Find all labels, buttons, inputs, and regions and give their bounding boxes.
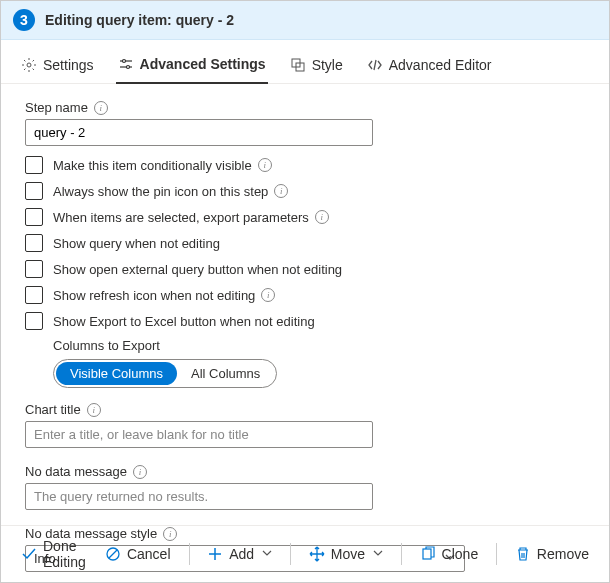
checkbox-conditionally-visible[interactable] — [25, 156, 43, 174]
checkbox-label: Make this item conditionally visible i — [53, 158, 272, 173]
svg-rect-11 — [423, 549, 431, 559]
chevron-down-icon — [262, 548, 272, 560]
no-data-message-input[interactable] — [25, 483, 373, 510]
tab-label: Settings — [43, 57, 94, 73]
info-icon[interactable]: i — [258, 158, 272, 172]
divider — [189, 543, 190, 565]
checkbox-pin-icon[interactable] — [25, 182, 43, 200]
remove-button[interactable]: Remove — [509, 542, 595, 566]
add-button[interactable]: Add — [201, 542, 278, 566]
clone-button[interactable]: Clone — [414, 542, 485, 566]
info-icon[interactable]: i — [94, 101, 108, 115]
chevron-down-icon — [373, 548, 383, 560]
checkbox-label: Show open external query button when not… — [53, 262, 342, 277]
checkbox-label: Show refresh icon when not editing i — [53, 288, 275, 303]
step-name-label: Step name i — [25, 100, 585, 115]
checkmark-icon — [21, 546, 37, 562]
header-title: Editing query item: query - 2 — [45, 12, 234, 28]
checkbox-show-query[interactable] — [25, 234, 43, 252]
info-icon[interactable]: i — [315, 210, 329, 224]
no-data-message-label: No data message i — [25, 464, 585, 479]
columns-export-toggle: Visible Columns All Columns — [53, 359, 277, 388]
prohibit-icon — [105, 546, 121, 562]
tab-advanced-settings[interactable]: Advanced Settings — [116, 50, 268, 84]
tab-advanced-editor[interactable]: Advanced Editor — [365, 50, 494, 83]
checkbox-label: Show query when not editing — [53, 236, 220, 251]
checkbox-show-export-excel[interactable] — [25, 312, 43, 330]
tab-settings[interactable]: Settings — [19, 50, 96, 83]
tab-label: Style — [312, 57, 343, 73]
segment-visible-columns[interactable]: Visible Columns — [56, 362, 177, 385]
chart-title-input[interactable] — [25, 421, 373, 448]
columns-export-section: Columns to Export Visible Columns All Co… — [53, 338, 585, 388]
info-icon[interactable]: i — [133, 465, 147, 479]
done-editing-button[interactable]: Done Editing — [15, 534, 93, 574]
form-content: Step name i Make this item conditionally… — [1, 84, 609, 583]
code-icon — [367, 57, 383, 73]
gear-icon — [21, 57, 37, 73]
tab-label: Advanced Settings — [140, 56, 266, 72]
info-icon[interactable]: i — [87, 403, 101, 417]
footer-toolbar: Done Editing Cancel Add Move Clone — [1, 525, 609, 582]
tab-label: Advanced Editor — [389, 57, 492, 73]
checkbox-label: Show Export to Excel button when not edi… — [53, 314, 315, 329]
step-name-input[interactable] — [25, 119, 373, 146]
copy-icon — [420, 546, 436, 562]
tab-style[interactable]: Style — [288, 50, 345, 83]
svg-point-4 — [126, 66, 129, 69]
cancel-button[interactable]: Cancel — [99, 542, 177, 566]
move-icon — [309, 546, 325, 562]
info-icon[interactable]: i — [274, 184, 288, 198]
tab-bar: Settings Advanced Settings Style Advance… — [1, 40, 609, 84]
checkbox-show-refresh[interactable] — [25, 286, 43, 304]
svg-line-8 — [109, 550, 117, 558]
divider — [290, 543, 291, 565]
editor-header: 3 Editing query item: query - 2 — [1, 1, 609, 40]
checkbox-show-external[interactable] — [25, 260, 43, 278]
columns-export-label: Columns to Export — [53, 338, 585, 353]
move-button[interactable]: Move — [303, 542, 389, 566]
style-icon — [290, 57, 306, 73]
step-number-badge: 3 — [13, 9, 35, 31]
svg-point-0 — [27, 63, 31, 67]
plus-icon — [207, 546, 223, 562]
segment-all-columns[interactable]: All Columns — [177, 362, 274, 385]
divider — [496, 543, 497, 565]
checkbox-label: Always show the pin icon on this step i — [53, 184, 288, 199]
divider — [401, 543, 402, 565]
checkbox-label: When items are selected, export paramete… — [53, 210, 329, 225]
sliders-icon — [118, 56, 134, 72]
checkbox-export-parameters[interactable] — [25, 208, 43, 226]
svg-point-3 — [122, 60, 125, 63]
info-icon[interactable]: i — [261, 288, 275, 302]
chart-title-label: Chart title i — [25, 402, 585, 417]
trash-icon — [515, 546, 531, 562]
